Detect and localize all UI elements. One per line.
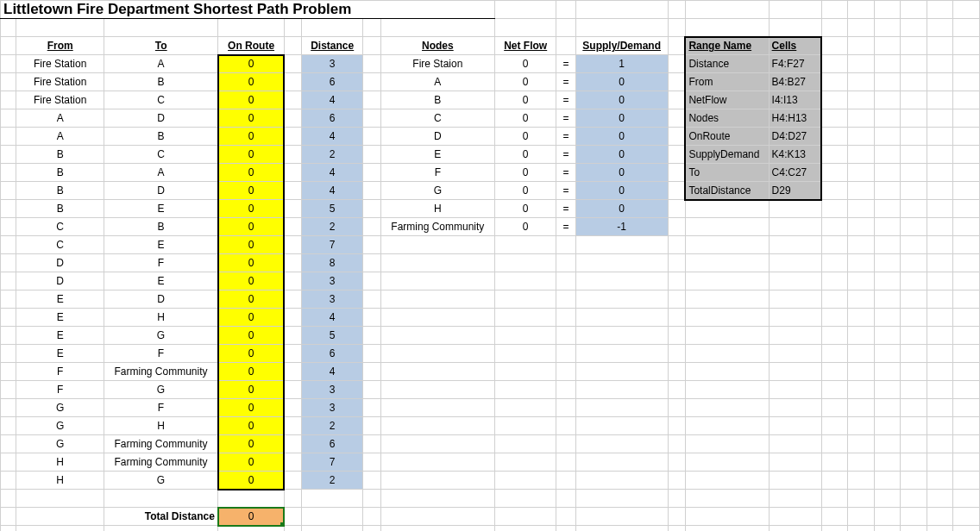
cell[interactable] (1, 182, 16, 200)
node-name[interactable]: Fire Staion (380, 55, 494, 73)
cell[interactable] (874, 164, 901, 182)
cell[interactable] (284, 218, 301, 236)
cell[interactable] (848, 508, 875, 526)
cell[interactable] (769, 290, 821, 309)
cell[interactable] (901, 327, 927, 345)
cell[interactable] (284, 128, 301, 146)
cell[interactable] (685, 526, 769, 532)
cell[interactable] (901, 91, 927, 109)
cell[interactable] (848, 236, 875, 254)
node-supplydemand[interactable]: 0 (575, 73, 668, 91)
cell[interactable] (685, 272, 769, 290)
cell[interactable] (901, 128, 927, 146)
cell[interactable] (953, 290, 980, 309)
cell[interactable] (821, 526, 848, 532)
cell[interactable] (363, 290, 380, 309)
cell[interactable] (1, 164, 16, 182)
cell[interactable] (953, 526, 980, 532)
cell[interactable] (848, 19, 875, 37)
cell[interactable] (363, 526, 380, 532)
cell[interactable] (284, 19, 301, 37)
cell[interactable] (821, 55, 848, 73)
arc-distance[interactable]: 4 (302, 309, 363, 327)
cell[interactable] (953, 435, 980, 453)
cell[interactable] (302, 19, 363, 37)
cell[interactable] (495, 490, 556, 508)
node-supplydemand[interactable]: 0 (575, 182, 668, 200)
node-eq[interactable]: = (556, 146, 575, 164)
arc-onroute[interactable]: 0 (218, 453, 284, 472)
cell[interactable] (821, 218, 848, 236)
cell[interactable] (575, 1, 668, 19)
cell[interactable] (556, 236, 575, 254)
cell[interactable] (685, 327, 769, 345)
cell[interactable] (495, 453, 556, 472)
arc-from[interactable]: D (16, 254, 104, 272)
cell[interactable] (953, 164, 980, 182)
cell[interactable] (953, 37, 980, 55)
cell[interactable] (874, 472, 901, 490)
cell[interactable] (556, 19, 575, 37)
cell[interactable] (556, 309, 575, 327)
cell[interactable] (874, 37, 901, 55)
cell[interactable] (874, 453, 901, 472)
node-supplydemand[interactable]: 0 (575, 200, 668, 218)
cell[interactable] (848, 37, 875, 55)
cell[interactable] (953, 200, 980, 218)
cell[interactable] (821, 472, 848, 490)
cell[interactable] (556, 272, 575, 290)
arc-distance[interactable]: 2 (302, 218, 363, 236)
arc-distance[interactable]: 3 (302, 399, 363, 417)
cell[interactable] (848, 490, 875, 508)
cell[interactable] (363, 164, 380, 182)
range-name[interactable]: From (685, 73, 769, 91)
cell[interactable] (284, 109, 301, 128)
cell[interactable] (380, 490, 494, 508)
arc-from[interactable]: F (16, 363, 104, 381)
cell[interactable] (685, 435, 769, 453)
cell[interactable] (575, 526, 668, 532)
cell[interactable] (874, 345, 901, 363)
cell[interactable] (901, 73, 927, 91)
cell[interactable] (848, 1, 875, 19)
header-netflow[interactable]: Net Flow (495, 37, 556, 55)
cell[interactable] (556, 290, 575, 309)
cell[interactable] (821, 399, 848, 417)
cell[interactable] (821, 146, 848, 164)
cell[interactable] (874, 417, 901, 435)
node-netflow[interactable]: 0 (495, 91, 556, 109)
cell[interactable] (284, 508, 301, 526)
cell[interactable] (874, 290, 901, 309)
node-supplydemand[interactable]: 0 (575, 91, 668, 109)
header-nodes[interactable]: Nodes (380, 37, 494, 55)
selection-handle[interactable] (280, 522, 284, 526)
cell[interactable] (769, 526, 821, 532)
cell[interactable] (363, 128, 380, 146)
cell[interactable] (363, 508, 380, 526)
cell[interactable] (927, 272, 953, 290)
cell[interactable] (927, 55, 953, 73)
arc-distance[interactable]: 8 (302, 254, 363, 272)
cell[interactable] (848, 73, 875, 91)
cell[interactable] (769, 327, 821, 345)
cell[interactable] (848, 327, 875, 345)
node-eq[interactable]: = (556, 218, 575, 236)
arc-to[interactable]: C (104, 91, 218, 109)
cell[interactable] (821, 37, 848, 55)
cell[interactable] (556, 254, 575, 272)
cell[interactable] (953, 128, 980, 146)
cell[interactable] (1, 363, 16, 381)
arc-to[interactable]: Farming Community (104, 363, 218, 381)
arc-to[interactable]: D (104, 109, 218, 128)
node-netflow[interactable]: 0 (495, 200, 556, 218)
node-supplydemand[interactable]: -1 (575, 218, 668, 236)
range-name[interactable]: SupplyDemand (685, 146, 769, 164)
cell[interactable] (901, 37, 927, 55)
cell[interactable] (575, 19, 668, 37)
cell[interactable] (363, 417, 380, 435)
cell[interactable] (284, 73, 301, 91)
arc-to[interactable]: A (104, 164, 218, 182)
range-cells[interactable]: D29 (769, 182, 821, 200)
cell[interactable] (953, 472, 980, 490)
cell[interactable] (284, 146, 301, 164)
